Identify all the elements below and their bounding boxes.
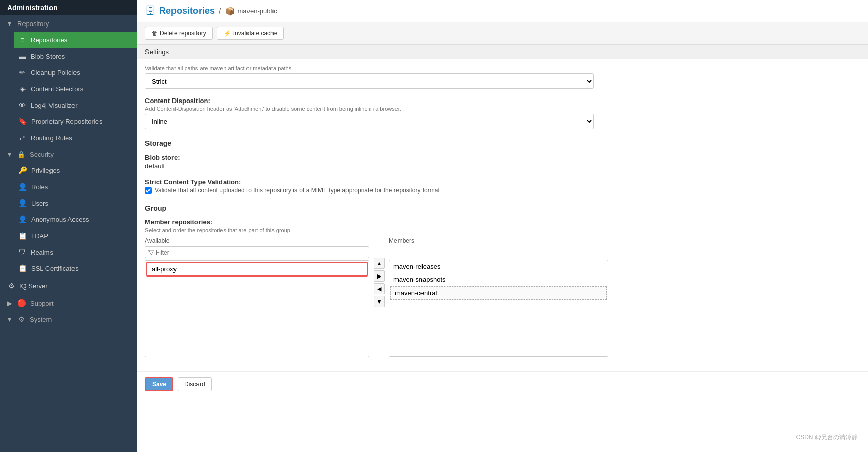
privileges-icon: 🔑	[18, 166, 27, 174]
strict-content-hint: Validate that all content uploaded to th…	[155, 187, 440, 194]
sidebar-item-cleanup-policies[interactable]: ✏ Cleanup Policies	[14, 64, 137, 81]
group-section: Member repositories: Select and order th…	[145, 218, 860, 357]
version-policy-field: Validate that all paths are maven artifa…	[145, 65, 860, 89]
available-list: all-proxy	[145, 260, 369, 357]
sidebar-item-repository[interactable]: ▾ Repository	[0, 15, 137, 32]
system-icon: ⚙	[17, 315, 26, 323]
settings-section-header: Settings	[137, 44, 868, 59]
breadcrumb-item-icon: 📦	[225, 6, 235, 16]
blob-stores-icon: ▬	[18, 52, 27, 60]
bottom-bar: Save Discard	[137, 371, 868, 396]
sidebar-item-blob-stores[interactable]: ▬ Blob Stores	[14, 48, 137, 64]
sidebar-item-security[interactable]: ▾ 🔒 Security	[0, 146, 137, 162]
sidebar-item-support[interactable]: ▶ 🔴 Support	[0, 295, 137, 311]
security-icon: 🔒	[17, 150, 26, 158]
save-button[interactable]: Save	[145, 377, 173, 391]
sidebar: Administration ▾ Repository ≡ Repositori…	[0, 0, 137, 452]
sidebar-item-repositories[interactable]: ≡ Repositories	[14, 32, 137, 48]
repositories-page-icon: 🗄	[145, 5, 155, 17]
sidebar-item-users[interactable]: 👤 Users	[14, 195, 137, 211]
delete-icon: 🗑	[152, 30, 158, 37]
sidebar-header-title: Administration	[7, 4, 58, 12]
delete-label: Delete repository	[160, 30, 206, 37]
cleanup-policies-icon: ✏	[18, 68, 27, 77]
sidebar-item-label: SSL Certificates	[31, 265, 79, 272]
sidebar-item-label: Repository	[17, 20, 49, 28]
members-label: Members	[389, 237, 608, 244]
strict-content-checkbox[interactable]	[145, 187, 152, 194]
settings-body: Validate that all paths are maven artifa…	[137, 59, 868, 371]
blob-store-label: Blob store:	[145, 154, 860, 161]
breadcrumb-item: 📦 maven-public	[225, 6, 277, 16]
sidebar-item-realms[interactable]: 🛡 Realms	[14, 244, 137, 260]
list-item-maven-snapshots[interactable]: maven-snapshots	[389, 273, 608, 286]
sidebar-item-routing-rules[interactable]: ⇄ Routing Rules	[14, 130, 137, 146]
support-icon: 🔴	[17, 299, 26, 307]
proprietary-repos-icon: 🔖	[18, 117, 27, 125]
discard-label: Discard	[184, 381, 205, 388]
content-disposition-label: Content Disposition:	[145, 97, 860, 105]
strict-content-checkbox-row: Validate that all content uploaded to th…	[145, 187, 860, 194]
sidebar-item-log4j[interactable]: 👁 Log4j Visualizer	[14, 97, 137, 113]
invalidate-label: Invalidate cache	[233, 30, 278, 37]
sidebar-item-label: Users	[31, 199, 48, 207]
sidebar-item-system[interactable]: ▾ ⚙ System	[0, 311, 137, 328]
list-item-maven-central[interactable]: maven-central	[390, 286, 607, 300]
iq-server-icon: ⚙	[7, 282, 15, 290]
invalidate-cache-button[interactable]: ⚡ Invalidate cache	[217, 27, 284, 40]
sidebar-item-label: Roles	[31, 183, 48, 191]
chevron-right-support-icon: ▶	[5, 299, 13, 307]
chevron-down-system-icon: ▾	[5, 315, 13, 323]
sidebar-item-label: Content Selectors	[31, 85, 83, 93]
sidebar-item-ssl-certificates[interactable]: 📋 SSL Certificates	[14, 260, 137, 277]
main-content: 🗄 Repositories / 📦 maven-public 🗑 Delete…	[137, 0, 868, 452]
sidebar-item-label: IQ Server	[19, 282, 48, 290]
filter-box: ▽	[145, 246, 369, 258]
sidebar-item-content-selectors[interactable]: ◈ Content Selectors	[14, 81, 137, 97]
log4j-icon: 👁	[18, 101, 27, 109]
list-item-all-proxy[interactable]: all-proxy	[146, 262, 368, 277]
version-policy-select[interactable]: Strict Release Snapshot Mixed	[145, 73, 594, 89]
sidebar-item-privileges[interactable]: 🔑 Privileges	[14, 162, 137, 179]
move-up-button[interactable]: ▲	[374, 258, 385, 269]
sidebar-item-iq-server[interactable]: ⚙ IQ Server	[0, 277, 137, 295]
page-title: Repositories	[159, 6, 215, 16]
list-item-maven-releases[interactable]: maven-releases	[389, 260, 608, 273]
sidebar-item-label: Repositories	[31, 36, 67, 44]
sidebar-item-anonymous-access[interactable]: 👤 Anonymous Access	[14, 211, 137, 228]
sidebar-item-roles[interactable]: 👤 Roles	[14, 179, 137, 195]
sidebar-item-label: Routing Rules	[31, 134, 72, 142]
save-label: Save	[152, 381, 166, 388]
repositories-icon: ≡	[18, 36, 27, 44]
sidebar-item-proprietary-repos[interactable]: 🔖 Proprietary Repositories	[14, 113, 137, 130]
available-label: Available	[145, 237, 369, 244]
move-right-button[interactable]: ▶	[374, 270, 385, 282]
content-selectors-icon: ◈	[18, 85, 27, 93]
filter-input[interactable]	[156, 249, 366, 256]
sidebar-header: Administration	[0, 0, 137, 15]
move-left-button[interactable]: ◀	[374, 283, 385, 294]
group-section-title: Group	[145, 202, 860, 212]
routing-rules-icon: ⇄	[18, 134, 27, 142]
discard-button[interactable]: Discard	[178, 377, 212, 391]
ssl-icon: 📋	[18, 264, 27, 272]
version-policy-hint: Validate that all paths are maven artifa…	[145, 65, 860, 71]
storage-section-title: Storage	[145, 137, 860, 147]
sidebar-item-ldap[interactable]: 📋 LDAP	[14, 228, 137, 244]
move-down-button[interactable]: ▼	[374, 296, 385, 307]
toolbar: 🗑 Delete repository ⚡ Invalidate cache	[137, 22, 868, 44]
arrow-controls: ▲ ▶ ◀ ▼	[371, 237, 387, 307]
page-header: 🗄 Repositories / 📦 maven-public	[137, 0, 868, 22]
member-repos-hint: Select and order the repositories that a…	[145, 227, 860, 233]
sidebar-item-label: Anonymous Access	[31, 216, 89, 223]
sidebar-item-label: Proprietary Repositories	[31, 118, 102, 125]
content-disposition-select[interactable]: Inline Attachment	[145, 114, 594, 129]
roles-icon: 👤	[18, 183, 27, 191]
breadcrumb-item-label: maven-public	[237, 7, 277, 15]
content-disposition-hint: Add Content-Disposition header as 'Attac…	[145, 106, 860, 112]
delete-repository-button[interactable]: 🗑 Delete repository	[145, 27, 213, 40]
sidebar-sub-repository: ≡ Repositories ▬ Blob Stores ✏ Cleanup P…	[0, 32, 137, 146]
watermark: CSDN @兄台の请冷静	[796, 433, 858, 442]
blob-store-value: default	[145, 162, 860, 170]
sidebar-item-label: System	[30, 316, 52, 323]
